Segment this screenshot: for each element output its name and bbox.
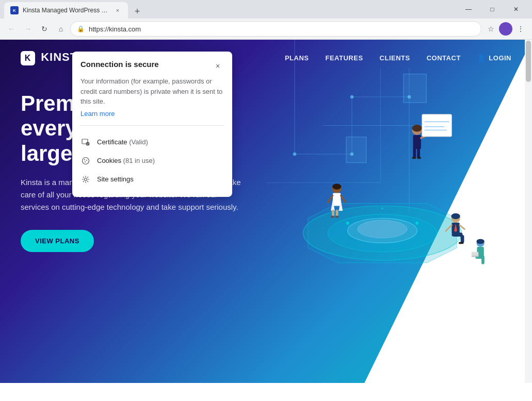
certificate-label: Certificate (Valid) xyxy=(97,138,148,146)
refresh-button[interactable]: ↻ xyxy=(37,22,52,36)
nav-plans[interactable]: PLANS xyxy=(285,54,309,62)
popup-description: Your information (for example, passwords… xyxy=(80,76,224,107)
svg-rect-36 xyxy=(335,216,339,218)
svg-point-59 xyxy=(83,157,89,164)
svg-point-54 xyxy=(346,222,349,225)
address-bar[interactable]: 🔒 https://kinsta.com xyxy=(70,21,481,37)
learn-more-link[interactable]: Learn more xyxy=(80,110,115,118)
new-tab-button[interactable]: + xyxy=(130,4,144,19)
popup-close-button[interactable]: × xyxy=(212,60,224,72)
svg-rect-44 xyxy=(459,242,464,244)
svg-point-60 xyxy=(84,159,85,160)
svg-rect-21 xyxy=(413,148,416,158)
profile-button[interactable] xyxy=(499,22,512,36)
tab-favicon: K xyxy=(10,6,19,14)
maximize-button[interactable]: □ xyxy=(480,0,504,19)
browser-tab[interactable]: K Kinsta Managed WordPress Hos… × xyxy=(4,2,128,19)
svg-rect-25 xyxy=(417,157,421,159)
svg-point-61 xyxy=(86,160,87,161)
logo-icon: K xyxy=(21,51,35,65)
cookies-label: Cookies (81 in use) xyxy=(97,157,155,164)
svg-rect-24 xyxy=(412,157,416,159)
login-icon: 👤 xyxy=(477,54,486,62)
nav-links: PLANS FEATURES CLIENTS CONTACT 👤 LOGIN xyxy=(285,54,511,62)
url-text: https://kinsta.com xyxy=(89,25,475,33)
svg-point-56 xyxy=(381,207,383,209)
svg-rect-35 xyxy=(331,216,334,218)
view-plans-button[interactable]: VIEW PLANS xyxy=(21,230,94,252)
svg-line-37 xyxy=(328,195,333,202)
bookmark-button[interactable]: ☆ xyxy=(483,22,498,36)
svg-point-40 xyxy=(451,213,460,220)
popup-divider xyxy=(80,125,224,126)
security-popup: Connection is secure × Your information … xyxy=(72,52,232,197)
back-button[interactable]: ← xyxy=(4,22,19,36)
tab-close-button[interactable]: × xyxy=(114,6,122,14)
hero-illustration xyxy=(259,50,506,318)
minimize-button[interactable]: — xyxy=(457,0,480,19)
login-button[interactable]: 👤 LOGIN xyxy=(477,54,511,62)
certificate-item[interactable]: Certificate (Valid) xyxy=(80,133,224,152)
svg-rect-51 xyxy=(481,257,485,264)
svg-rect-26 xyxy=(422,114,452,137)
scrollbar[interactable] xyxy=(525,40,532,383)
popup-title: Connection is secure xyxy=(80,60,159,69)
close-window-button[interactable]: ✕ xyxy=(504,0,528,19)
forward-button[interactable]: → xyxy=(21,22,35,36)
cookies-item[interactable]: Cookies (81 in use) xyxy=(80,152,224,170)
svg-rect-20 xyxy=(413,135,421,149)
svg-line-38 xyxy=(341,195,346,202)
certificate-icon xyxy=(80,137,91,147)
svg-rect-33 xyxy=(332,210,334,216)
site-settings-item[interactable]: Site settings xyxy=(80,170,224,189)
tab-title: Kinsta Managed WordPress Hos… xyxy=(23,7,109,14)
nav-contact[interactable]: CONTACT xyxy=(427,54,461,62)
svg-point-55 xyxy=(415,222,418,225)
svg-rect-43 xyxy=(461,235,464,243)
nav-clients[interactable]: CLIENTS xyxy=(380,54,410,62)
svg-rect-22 xyxy=(417,148,420,158)
svg-point-48 xyxy=(476,239,484,244)
svg-rect-34 xyxy=(336,210,338,216)
cookies-icon xyxy=(80,156,91,166)
site-settings-label: Site settings xyxy=(97,175,134,183)
svg-rect-32 xyxy=(333,193,341,206)
svg-point-19 xyxy=(412,125,422,131)
menu-button[interactable]: ⋮ xyxy=(513,22,528,36)
svg-point-63 xyxy=(85,178,87,180)
svg-point-62 xyxy=(85,161,86,162)
home-button[interactable]: ⌂ xyxy=(54,22,68,36)
svg-point-31 xyxy=(332,183,341,190)
svg-rect-53 xyxy=(472,256,478,257)
nav-features[interactable]: FEATURES xyxy=(326,54,363,62)
popup-header: Connection is secure × xyxy=(80,60,224,72)
settings-icon xyxy=(80,174,91,185)
lock-icon: 🔒 xyxy=(77,25,85,32)
